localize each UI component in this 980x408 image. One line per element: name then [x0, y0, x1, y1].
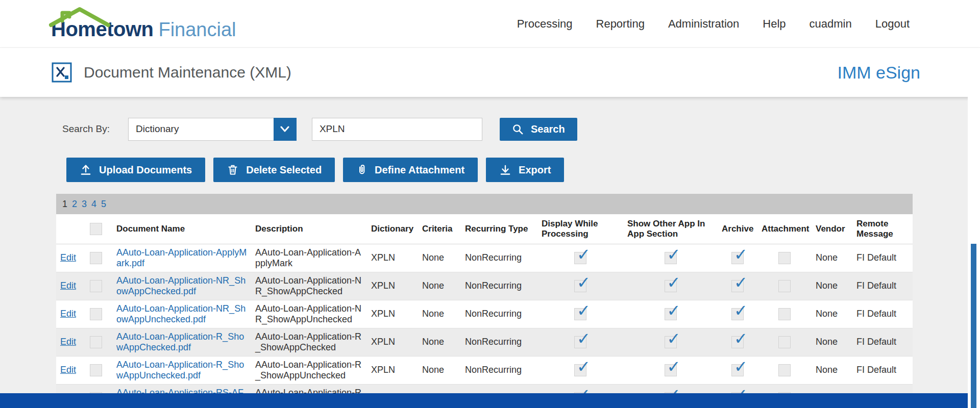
pagination-bar: 1 2 3 4 5 [56, 194, 913, 214]
table-row: Edit ✓ AAuto-Loan-Application-R_ShowAppU… [56, 356, 913, 384]
edit-link[interactable]: Edit [60, 280, 76, 291]
column-header-archive: Archive [718, 214, 757, 244]
nav-help[interactable]: Help [763, 17, 786, 31]
chevron-down-icon[interactable] [274, 118, 297, 141]
search-input[interactable] [312, 118, 482, 141]
row-checkbox[interactable]: ✓ [90, 308, 102, 320]
edit-link[interactable]: Edit [60, 309, 76, 319]
display-while-processing-checkbox[interactable]: ✓ [574, 252, 586, 264]
archive-cell: ✓ [718, 244, 757, 272]
upload-documents-button[interactable]: Upload Documents [66, 158, 205, 182]
document-name-link[interactable]: AAuto-Loan-Application-ApplyMark.pdf [116, 247, 247, 268]
archive-cell: ✓ [718, 300, 757, 328]
table-row: Edit ✓ AAuto-Loan-Application-ApplyMark.… [56, 244, 913, 272]
archive-checkbox[interactable]: ✓ [731, 252, 744, 264]
show-other-app-checkbox[interactable]: ✓ [665, 308, 677, 320]
display-while-processing-checkbox[interactable]: ✓ [574, 308, 586, 320]
nav-logout[interactable]: Logout [875, 17, 910, 31]
page-number-4[interactable]: 4 [91, 199, 96, 210]
logo[interactable]: Hometown Financial [51, 7, 236, 41]
top-header: Hometown Financial Processing Reporting … [0, 0, 980, 47]
archive-checkbox[interactable]: ✓ [731, 364, 744, 376]
delete-selected-button[interactable]: Delete Selected [213, 158, 335, 182]
recurring-type-cell: NonRecurring [461, 272, 537, 300]
description-cell: AAuto-Loan-Application-R_ShowAppChecked [251, 328, 367, 356]
page-number-1[interactable]: 1 [62, 199, 67, 210]
row-checkbox[interactable]: ✓ [90, 336, 102, 348]
column-header-vendor: Vendor [812, 214, 852, 244]
archive-checkbox[interactable]: ✓ [731, 280, 744, 292]
display-while-processing-checkbox[interactable]: ✓ [574, 336, 586, 348]
page-number-3[interactable]: 3 [82, 199, 87, 210]
select-all-column-header: ✓ [86, 214, 112, 244]
search-by-dropdown[interactable]: Dictionary [128, 118, 297, 141]
document-name-cell: AAuto-Loan-Application-R_ShowAppUnchecke… [112, 356, 251, 384]
attachment-checkbox[interactable]: ✓ [778, 280, 791, 292]
column-header-display-while-processing: Display While Processing [537, 214, 623, 244]
document-name-cell: AAuto-Loan-Application-ApplyMark.pdf [112, 244, 251, 272]
row-select-cell: ✓ [86, 328, 112, 356]
attachment-checkbox[interactable]: ✓ [778, 252, 791, 264]
export-button[interactable]: Export [486, 158, 564, 182]
dictionary-cell: XPLN [367, 244, 418, 272]
document-name-link[interactable]: AAuto-Loan-Application-R_ShowAppChecked.… [116, 332, 244, 352]
attachment-checkbox[interactable]: ✓ [778, 336, 791, 348]
scrollbar-thumb[interactable] [971, 244, 976, 408]
page-number-2[interactable]: 2 [72, 199, 77, 210]
attachment-checkbox[interactable]: ✓ [778, 308, 791, 320]
nav-reporting[interactable]: Reporting [596, 17, 645, 31]
description-cell: AAuto-Loan-Application-NR_ShowAppUncheck… [251, 300, 367, 328]
edit-cell: Edit [56, 356, 86, 384]
row-checkbox[interactable]: ✓ [90, 280, 102, 292]
edit-link[interactable]: Edit [60, 365, 76, 375]
recurring-type-cell: NonRecurring [461, 356, 537, 384]
attachment-checkbox[interactable]: ✓ [778, 364, 791, 376]
display-while-processing-checkbox[interactable]: ✓ [574, 280, 586, 292]
vendor-cell: None [812, 244, 852, 272]
show-other-app-checkbox[interactable]: ✓ [665, 252, 677, 264]
search-button[interactable]: Search [500, 118, 577, 141]
remote-message-cell: FI Default [852, 300, 913, 328]
define-attachment-label: Define Attachment [375, 164, 464, 176]
show-other-app-checkbox[interactable]: ✓ [665, 280, 677, 292]
display-while-processing-checkbox[interactable]: ✓ [574, 364, 586, 376]
select-all-checkbox[interactable]: ✓ [90, 223, 102, 235]
edit-link[interactable]: Edit [60, 252, 76, 263]
search-by-label: Search By: [62, 123, 110, 135]
document-name-link[interactable]: AAuto-Loan-Application-NR_ShowAppUncheck… [116, 303, 246, 324]
content-area: Search By: Dictionary Search Up [0, 97, 980, 408]
nav-processing[interactable]: Processing [517, 17, 573, 31]
toolbar: Upload Documents Delete Selected Define … [66, 158, 980, 182]
show-other-app-checkbox[interactable]: ✓ [665, 364, 677, 376]
documents-table: ✓ Document Name Description Dictionary C… [56, 214, 913, 408]
row-checkbox[interactable]: ✓ [90, 252, 102, 264]
upload-documents-label: Upload Documents [99, 164, 192, 176]
edit-link[interactable]: Edit [60, 337, 76, 347]
column-header-remote-message: Remote Message [852, 214, 913, 244]
archive-checkbox[interactable]: ✓ [731, 308, 744, 320]
document-name-cell: AAuto-Loan-Application-NR_ShowAppChecked… [112, 272, 251, 300]
edit-column-header [56, 214, 86, 244]
archive-checkbox[interactable]: ✓ [731, 336, 744, 348]
display-while-processing-cell: ✓ [537, 328, 623, 356]
nav-user-cuadmin[interactable]: cuadmin [810, 17, 852, 31]
row-select-cell: ✓ [86, 272, 112, 300]
dropdown-selected-value: Dictionary [129, 123, 179, 135]
edit-cell: Edit [56, 328, 86, 356]
dictionary-cell: XPLN [367, 300, 418, 328]
remote-message-cell: FI Default [852, 328, 913, 356]
define-attachment-button[interactable]: Define Attachment [343, 158, 478, 182]
scrollbar-track[interactable] [968, 97, 980, 408]
document-name-link[interactable]: AAuto-Loan-Application-NR_ShowAppChecked… [116, 275, 246, 296]
show-other-app-checkbox[interactable]: ✓ [665, 336, 677, 348]
edit-cell: Edit [56, 272, 86, 300]
logo-secondary: Financial [158, 19, 236, 41]
table-row: Edit ✓ AAuto-Loan-Application-NR_ShowApp… [56, 272, 913, 300]
nav-administration[interactable]: Administration [668, 17, 739, 31]
row-checkbox[interactable]: ✓ [90, 364, 102, 376]
document-name-link[interactable]: AAuto-Loan-Application-R_ShowAppUnchecke… [116, 360, 244, 380]
trash-icon [227, 164, 239, 176]
delete-selected-label: Delete Selected [246, 164, 322, 176]
page-number-5[interactable]: 5 [101, 199, 106, 210]
criteria-cell: None [418, 328, 461, 356]
